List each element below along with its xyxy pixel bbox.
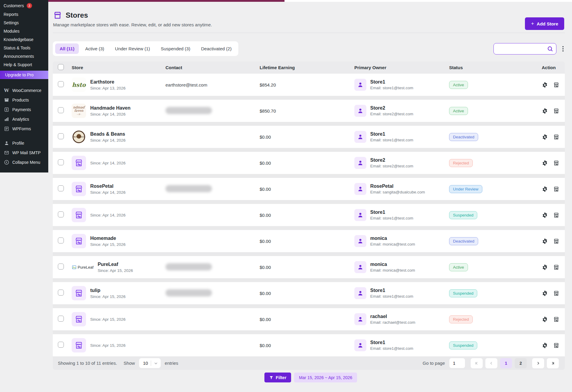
view-store-icon[interactable]	[553, 186, 559, 192]
row-checkbox[interactable]	[58, 107, 64, 113]
settings-gear-icon[interactable]	[542, 342, 548, 349]
settings-gear-icon[interactable]	[542, 212, 548, 218]
sidebar-item-products[interactable]: Products	[0, 95, 48, 105]
store-name-link[interactable]: tulip	[90, 288, 126, 293]
owner-email: Email: store2@test.com	[370, 164, 413, 168]
sidebar-item-knowledgebase[interactable]: Knowledgebase	[0, 35, 48, 44]
filter-button[interactable]: Filter	[264, 373, 291, 382]
tab-suspended-3-[interactable]: Suspended (3)	[156, 43, 195, 54]
owner-avatar-icon	[354, 313, 366, 325]
tab-under-review-1-[interactable]: Under Review (1)	[111, 43, 155, 54]
view-store-icon[interactable]	[553, 290, 559, 296]
sidebar-item-profile[interactable]: Profile	[0, 138, 48, 148]
store-logo	[72, 338, 86, 352]
sidebar-item-payments[interactable]: $Payments	[0, 105, 48, 114]
select-all-checkbox[interactable]	[58, 64, 64, 70]
table-row: PureLeaf PureLeaf Since: Apr 15, 2026 $0…	[53, 256, 565, 278]
showing-entries-text: Showing 1 to 10 of 11 entries.	[58, 361, 117, 366]
tab-active-3-[interactable]: Active (3)	[81, 43, 109, 54]
tab-all-11-[interactable]: All (11)	[55, 43, 79, 54]
settings-gear-icon[interactable]	[542, 134, 548, 140]
lifetime-earning: $850.70	[260, 108, 354, 113]
row-checkbox[interactable]	[58, 81, 64, 87]
sidebar-item-analytics[interactable]: Analytics	[0, 114, 48, 124]
view-store-icon[interactable]	[553, 212, 559, 218]
settings-gear-icon[interactable]	[542, 186, 548, 192]
view-store-icon[interactable]	[553, 160, 559, 166]
entries-label: entries	[165, 361, 178, 366]
row-checkbox[interactable]	[58, 264, 64, 270]
store-name-link[interactable]: Handmade Haven	[90, 105, 130, 111]
store-since: Since: Apr 14, 2026	[90, 213, 126, 217]
sidebar-item-wp-mail-smtp[interactable]: WP Mail SMTP	[0, 148, 48, 158]
sidebar-item-customers[interactable]: Customers3	[0, 1, 48, 10]
last-page-button[interactable]	[547, 358, 559, 368]
search-icon[interactable]	[547, 46, 553, 52]
lifetime-earning: $0.00	[260, 161, 354, 166]
settings-gear-icon[interactable]	[542, 264, 548, 270]
row-separator	[53, 252, 565, 256]
date-range-picker[interactable]: Mar 15, 2026 ~ Apr 15, 2026	[294, 373, 357, 382]
sidebar-item-collapse-menu[interactable]: Collapse Menu	[0, 158, 48, 167]
sidebar-item-modules[interactable]: Modules	[0, 27, 48, 35]
prev-page-button[interactable]	[485, 358, 497, 368]
sidebar-item-wpforms[interactable]: WPForms	[0, 124, 48, 134]
funnel-icon	[269, 376, 273, 380]
more-options-kebab-icon[interactable]	[561, 45, 565, 53]
page-1-button[interactable]: 1	[500, 358, 512, 368]
tab-deactivated-2-[interactable]: Deactivated (2)	[197, 43, 236, 54]
store-name-link[interactable]: Earthstore	[90, 79, 126, 85]
goto-page-label: Go to page	[423, 361, 445, 366]
svg-text:$: $	[6, 108, 7, 111]
redacted-contact	[165, 185, 212, 192]
page-size-select[interactable]: 10	[139, 358, 161, 368]
settings-gear-icon[interactable]	[542, 316, 548, 323]
settings-gear-icon[interactable]	[542, 290, 548, 296]
header-divider	[53, 33, 565, 33]
sidebar-item-woocommerce[interactable]: WWooCommerce	[0, 86, 48, 95]
view-store-icon[interactable]	[553, 264, 559, 270]
table-row: tulip Since: Apr 15, 2026 $0.00 Store1 E…	[53, 282, 565, 304]
next-page-button[interactable]	[532, 358, 544, 368]
lifetime-earning: $0.00	[260, 265, 354, 270]
row-checkbox[interactable]	[58, 237, 64, 243]
row-checkbox[interactable]	[58, 342, 64, 348]
row-checkbox[interactable]	[58, 211, 64, 217]
settings-gear-icon[interactable]	[542, 82, 548, 88]
view-store-icon[interactable]	[553, 342, 559, 349]
settings-gear-icon[interactable]	[542, 160, 548, 166]
row-checkbox[interactable]	[58, 159, 64, 165]
sidebar-item-settings[interactable]: Settings	[0, 19, 48, 27]
column-header-status: Status	[449, 65, 542, 70]
sidebar-item-reports[interactable]: Reports	[0, 10, 48, 19]
row-checkbox[interactable]	[58, 185, 64, 191]
stores-table: Store Contact Lifetime Earning Primary O…	[53, 61, 565, 370]
view-store-icon[interactable]	[553, 134, 559, 140]
store-name-link[interactable]: Beads & Beans	[90, 131, 126, 137]
view-store-icon[interactable]	[553, 108, 559, 114]
sidebar-item-status-tools[interactable]: Status & Tools	[0, 44, 48, 52]
page-2-button[interactable]: 2	[515, 358, 527, 368]
goto-page-input[interactable]	[449, 358, 465, 368]
row-separator	[53, 96, 565, 100]
row-checkbox[interactable]	[58, 290, 64, 296]
view-store-icon[interactable]	[553, 82, 559, 88]
sidebar-item-upgrade-to-pro[interactable]: Upgrade to Pro	[0, 71, 48, 79]
view-store-icon[interactable]	[553, 238, 559, 244]
settings-gear-icon[interactable]	[542, 238, 548, 244]
store-name-link[interactable]: Homemade	[90, 236, 126, 241]
store-name-link[interactable]: RosePetal	[90, 184, 126, 189]
status-badge: Rejected	[449, 315, 473, 323]
store-name-link[interactable]: PureLeaf	[98, 262, 133, 267]
notification-badge: 3	[27, 3, 32, 8]
first-page-button[interactable]	[471, 358, 483, 368]
row-checkbox[interactable]	[58, 316, 64, 322]
sidebar-item-announcements[interactable]: Announcements	[0, 52, 48, 60]
table-row: RosePetal Since: Apr 14, 2026 $0.00 Rose…	[53, 178, 565, 200]
add-store-button[interactable]: + Add Store	[525, 17, 564, 30]
settings-gear-icon[interactable]	[542, 108, 548, 114]
view-store-icon[interactable]	[553, 316, 559, 323]
sidebar-item-help-support[interactable]: Help & Support	[0, 60, 48, 69]
table-row: Since: Apr 15, 2026 $0.00 Store1 Email: …	[53, 334, 565, 356]
row-checkbox[interactable]	[58, 133, 64, 139]
